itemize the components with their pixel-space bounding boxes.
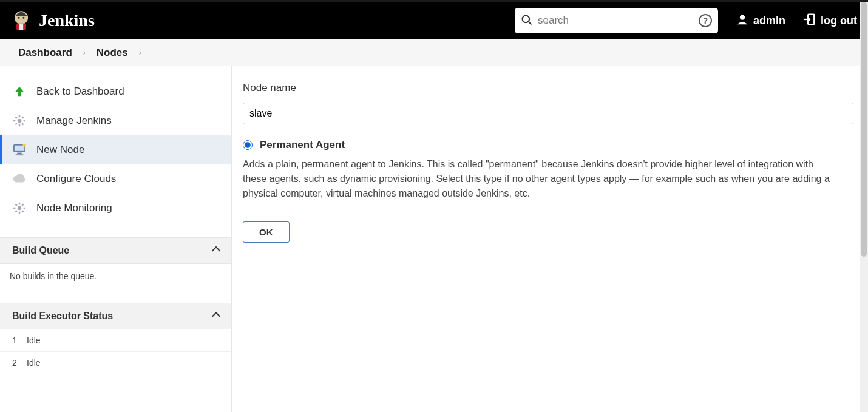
ok-button[interactable]: OK bbox=[243, 221, 290, 243]
svg-point-16 bbox=[18, 206, 22, 211]
gear-icon bbox=[12, 113, 27, 128]
monitor-icon bbox=[12, 143, 27, 157]
logout-link[interactable]: log out bbox=[802, 13, 857, 29]
node-name-label: Node name bbox=[243, 82, 853, 94]
sidebar-item-back-to-dashboard[interactable]: Back to Dashboard bbox=[0, 77, 231, 106]
svg-point-5 bbox=[523, 15, 530, 22]
build-queue-empty: No builds in the queue. bbox=[10, 271, 97, 281]
executor-num: 2 bbox=[12, 358, 19, 368]
scrollbar[interactable] bbox=[860, 2, 868, 412]
node-name-input[interactable] bbox=[243, 103, 853, 124]
search-icon bbox=[521, 14, 533, 28]
logout-icon bbox=[802, 13, 816, 29]
search-box[interactable]: ? bbox=[515, 8, 718, 33]
svg-point-10 bbox=[18, 119, 22, 123]
agent-type-description: Adds a plain, permanent agent to Jenkins… bbox=[243, 157, 838, 201]
executor-state: Idle bbox=[27, 336, 41, 345]
gear-icon bbox=[12, 201, 27, 215]
sidebar-item-configure-clouds[interactable]: Configure Clouds bbox=[0, 164, 231, 194]
sidebar-item-label: Manage Jenkins bbox=[36, 115, 112, 127]
user-link[interactable]: admin bbox=[736, 13, 785, 29]
svg-rect-14 bbox=[16, 154, 24, 155]
search-input[interactable] bbox=[538, 15, 694, 27]
sidebar-item-label: Configure Clouds bbox=[36, 173, 116, 185]
chevron-right-icon: › bbox=[139, 49, 141, 57]
agent-type-label[interactable]: Permanent Agent bbox=[260, 139, 345, 151]
sidebar-item-new-node[interactable]: New Node bbox=[0, 135, 231, 164]
chevron-up-icon bbox=[213, 245, 219, 256]
sidebar: Back to Dashboard Manage Jenkins New Nod… bbox=[0, 66, 232, 412]
sidebar-item-manage-jenkins[interactable]: Manage Jenkins bbox=[0, 106, 231, 135]
build-queue-header[interactable]: Build Queue bbox=[0, 237, 231, 264]
build-queue-title: Build Queue bbox=[12, 245, 69, 256]
build-queue-body: No builds in the queue. bbox=[0, 264, 231, 288]
chevron-right-icon: › bbox=[83, 49, 86, 57]
executor-num: 1 bbox=[12, 336, 19, 345]
user-label: admin bbox=[753, 15, 785, 27]
breadcrumb-item-nodes[interactable]: Nodes bbox=[97, 47, 128, 59]
breadcrumb-item-dashboard[interactable]: Dashboard bbox=[18, 47, 72, 59]
svg-rect-4 bbox=[19, 24, 23, 30]
svg-line-6 bbox=[529, 21, 532, 24]
cloud-icon bbox=[12, 172, 27, 186]
brand[interactable]: Jenkins bbox=[11, 8, 95, 33]
agent-type-radio[interactable] bbox=[243, 140, 253, 150]
top-bar: Jenkins ? admin bbox=[0, 0, 868, 39]
chevron-up-icon bbox=[213, 311, 219, 322]
svg-rect-12 bbox=[15, 146, 24, 151]
executor-status-header[interactable]: Build Executor Status bbox=[0, 303, 231, 329]
jenkins-logo-icon bbox=[11, 8, 32, 33]
sidebar-item-node-monitoring[interactable]: Node Monitoring bbox=[0, 194, 231, 223]
sidebar-item-label: Back to Dashboard bbox=[36, 86, 124, 98]
svg-rect-13 bbox=[17, 153, 21, 154]
svg-point-2 bbox=[22, 17, 24, 19]
svg-point-7 bbox=[740, 15, 745, 19]
user-icon bbox=[736, 13, 748, 29]
executor-row: 2 Idle bbox=[0, 352, 231, 374]
executor-row: 1 Idle bbox=[0, 329, 231, 352]
sidebar-item-label: Node Monitoring bbox=[36, 202, 112, 214]
brand-title: Jenkins bbox=[39, 11, 95, 30]
executor-status-title: Build Executor Status bbox=[12, 311, 113, 322]
help-icon[interactable]: ? bbox=[699, 14, 712, 27]
breadcrumb: Dashboard › Nodes › bbox=[0, 39, 868, 66]
sidebar-item-label: New Node bbox=[36, 144, 84, 156]
main-content: Node name Permanent Agent Adds a plain, … bbox=[232, 66, 868, 412]
svg-point-1 bbox=[18, 17, 19, 19]
logout-label: log out bbox=[821, 15, 857, 27]
executor-state: Idle bbox=[27, 358, 41, 368]
arrow-up-green-icon bbox=[12, 84, 27, 99]
